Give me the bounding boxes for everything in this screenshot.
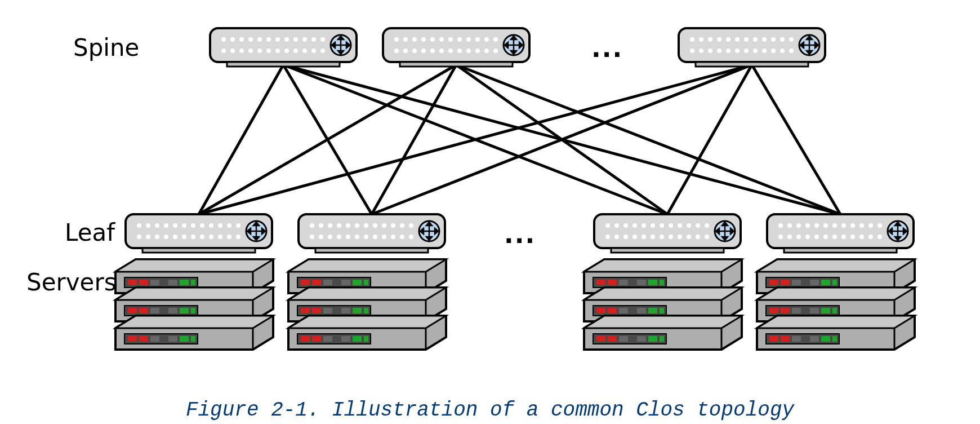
leaf-ellipsis: ... [504, 220, 536, 249]
spine-switch-icon [210, 28, 357, 67]
devices-layer [0, 0, 980, 424]
leaf-switch-icon [594, 214, 741, 253]
servers-label: Servers [26, 268, 117, 296]
server-stack-icon [288, 259, 446, 350]
figure-caption: Figure 2-1. Illustration of a common Clo… [0, 399, 980, 422]
leaf-label: Leaf [65, 219, 115, 246]
server-stack-icon [584, 259, 742, 350]
spine-switch-icon [383, 28, 529, 67]
server-stack-icon [757, 259, 915, 350]
spine-label: Spine [73, 34, 139, 61]
spine-ellipsis: ... [591, 34, 623, 63]
leaf-switch-icon [126, 214, 272, 253]
spine-switch-icon [679, 28, 825, 67]
leaf-switch-icon [299, 214, 445, 253]
clos-topology-diagram: Spine Leaf Servers ... ... Figure 2-1. I… [0, 0, 980, 424]
leaf-switch-icon [767, 214, 914, 253]
server-stack-icon [115, 259, 273, 350]
